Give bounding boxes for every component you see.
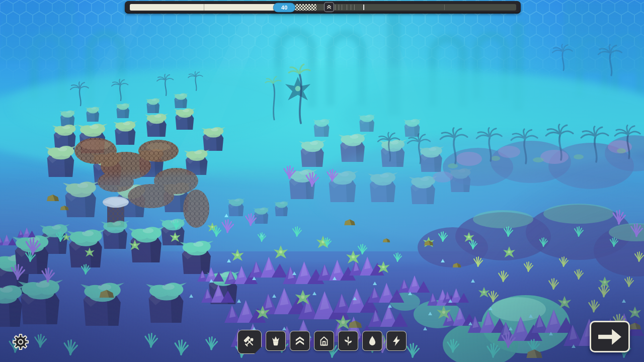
water-drop-icon [366, 334, 379, 347]
progress-bar: 40 [125, 1, 521, 14]
toolbar-water-button[interactable] [362, 331, 382, 351]
game-screen: 40 [0, 0, 644, 362]
lightning-icon [390, 334, 403, 347]
plant-icon [342, 334, 355, 347]
progress-tick [363, 5, 364, 10]
game-world-viewport[interactable] [0, 0, 644, 362]
settings-button[interactable] [10, 332, 31, 353]
gear-icon [11, 332, 30, 351]
toolbar-upgrade-button[interactable] [290, 331, 310, 351]
progress-tick [204, 4, 204, 11]
progress-tick [347, 5, 347, 10]
hammer-shovel-icon [242, 334, 257, 349]
build-toolbar [237, 330, 407, 354]
progress-track[interactable]: 40 [130, 4, 516, 11]
toolbar-farming-button[interactable] [338, 331, 358, 351]
progress-fill [130, 4, 284, 11]
toolbar-housing-button[interactable] [314, 331, 334, 351]
progress-tick [342, 5, 342, 10]
progress-tick [354, 5, 355, 10]
arrow-right-icon [597, 328, 622, 346]
double-chevron-up-icon [326, 4, 332, 10]
crown-bowl-icon [269, 334, 282, 347]
house-icon [317, 334, 331, 347]
progress-tick [339, 5, 339, 10]
toolbar-wonder-button[interactable] [266, 331, 286, 351]
progress-tick [335, 5, 336, 10]
progress-tick [444, 5, 445, 10]
progress-dither [295, 4, 316, 11]
progress-value-badge: 40 [273, 3, 295, 12]
toolbar-power-button[interactable] [386, 331, 407, 351]
next-turn-button[interactable] [590, 321, 630, 352]
progress-tick [351, 5, 351, 10]
collapse-bar-button[interactable] [324, 2, 334, 12]
double-chevron-up-icon [293, 334, 306, 347]
toolbar-build-button[interactable] [237, 330, 262, 354]
